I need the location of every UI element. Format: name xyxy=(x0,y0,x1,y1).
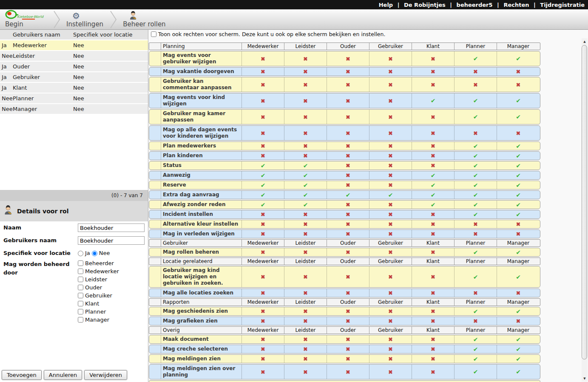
allowed-check-icon[interactable]: ✔ xyxy=(303,201,308,208)
denied-cross-icon[interactable]: ✖ xyxy=(261,274,265,280)
permission-cell[interactable]: ✖ xyxy=(284,365,327,379)
naam-input[interactable] xyxy=(78,224,145,232)
permission-cell[interactable]: ✔ xyxy=(497,248,540,256)
allowed-check-icon[interactable]: ✔ xyxy=(303,162,308,169)
denied-cross-icon[interactable]: ✖ xyxy=(388,56,393,62)
permission-cell[interactable]: ✔ xyxy=(497,365,540,379)
permission-cell[interactable]: ✖ xyxy=(327,289,369,297)
denied-cross-icon[interactable]: ✖ xyxy=(346,231,350,237)
permission-cell[interactable]: ✖ xyxy=(327,93,369,108)
denied-cross-icon[interactable]: ✖ xyxy=(473,290,478,296)
permission-cell[interactable]: ✖ xyxy=(242,266,284,287)
permission-cell[interactable]: ✖ xyxy=(369,126,412,140)
denied-cross-icon[interactable]: ✖ xyxy=(261,369,265,375)
permission-cell[interactable]: ✔ xyxy=(454,171,497,179)
breadcrumb-item-instellingen[interactable]: ⚙ Instellingen xyxy=(61,9,109,29)
denied-cross-icon[interactable]: ✖ xyxy=(303,56,308,62)
permission-cell[interactable]: ✔ xyxy=(454,201,497,209)
permission-cell[interactable]: ✔ xyxy=(497,345,540,353)
allowed-check-icon[interactable]: ✔ xyxy=(516,368,521,375)
permission-cell[interactable]: ✔ xyxy=(412,191,454,199)
specifiek-radio-ja[interactable] xyxy=(78,251,83,256)
permission-cell[interactable]: ✔ xyxy=(454,355,497,363)
allowed-check-icon[interactable]: ✔ xyxy=(516,182,521,189)
denied-cross-icon[interactable]: ✖ xyxy=(431,336,435,342)
allowed-check-icon[interactable]: ✔ xyxy=(473,336,478,343)
denied-cross-icon[interactable]: ✖ xyxy=(346,82,350,88)
denied-cross-icon[interactable]: ✖ xyxy=(473,231,478,237)
permission-cell[interactable]: ✖ xyxy=(412,317,454,325)
permission-cell[interactable]: ✖ xyxy=(327,68,369,76)
permission-cell[interactable]: ✖ xyxy=(412,289,454,297)
allowed-check-icon[interactable]: ✔ xyxy=(516,346,521,353)
denied-cross-icon[interactable]: ✖ xyxy=(388,308,393,314)
denied-cross-icon[interactable]: ✖ xyxy=(388,201,393,208)
denied-cross-icon[interactable]: ✖ xyxy=(303,211,308,218)
denied-cross-icon[interactable]: ✖ xyxy=(431,221,435,227)
permission-cell[interactable]: ✔ xyxy=(454,345,497,353)
denied-cross-icon[interactable]: ✖ xyxy=(346,98,350,104)
denied-cross-icon[interactable]: ✖ xyxy=(516,318,521,324)
permission-cell[interactable]: ✖ xyxy=(412,355,454,363)
permission-cell[interactable]: ✖ xyxy=(284,345,327,353)
allowed-check-icon[interactable]: ✔ xyxy=(473,368,478,375)
permission-cell[interactable]: ✖ xyxy=(327,266,369,287)
denied-cross-icon[interactable]: ✖ xyxy=(431,211,435,218)
denied-cross-icon[interactable]: ✖ xyxy=(388,143,393,149)
checkbox-manager[interactable] xyxy=(78,317,83,323)
denied-cross-icon[interactable]: ✖ xyxy=(388,182,393,188)
permission-cell[interactable]: ✔ xyxy=(454,307,497,315)
permission-cell[interactable]: ✖ xyxy=(412,230,454,238)
permission-cell[interactable]: ✖ xyxy=(497,220,540,228)
vertical-scrollbar[interactable]: ▲ ▼ xyxy=(582,38,588,382)
permission-cell[interactable]: ✖ xyxy=(327,230,369,238)
permission-cell[interactable]: ✖ xyxy=(369,335,412,343)
permission-cell[interactable]: ✔ xyxy=(497,307,540,315)
denied-cross-icon[interactable]: ✖ xyxy=(431,231,435,237)
allowed-check-icon[interactable]: ✔ xyxy=(516,97,521,104)
permission-cell[interactable]: ✖ xyxy=(327,210,369,218)
permission-cell[interactable]: ✖ xyxy=(497,230,540,238)
permission-cell[interactable]: ✖ xyxy=(497,289,540,297)
denied-cross-icon[interactable]: ✖ xyxy=(388,98,393,104)
permission-cell[interactable]: ✔ xyxy=(454,335,497,343)
denied-cross-icon[interactable]: ✖ xyxy=(431,68,435,75)
allowed-check-icon[interactable]: ✔ xyxy=(516,274,521,280)
permission-cell[interactable]: ✔ xyxy=(284,161,327,170)
permission-cell[interactable]: ✖ xyxy=(369,355,412,363)
checkbox-leidster[interactable] xyxy=(78,277,83,282)
permission-cell[interactable]: ✔ xyxy=(412,201,454,209)
allowed-check-icon[interactable]: ✔ xyxy=(516,113,521,120)
allowed-check-icon[interactable]: ✔ xyxy=(473,274,478,280)
allowed-check-icon[interactable]: ✔ xyxy=(261,201,266,208)
allowed-check-icon[interactable]: ✔ xyxy=(473,172,478,179)
permission-cell[interactable]: ✔ xyxy=(497,161,540,170)
gebruikers-naam-input[interactable] xyxy=(78,236,145,245)
denied-cross-icon[interactable]: ✖ xyxy=(346,318,350,324)
permission-cell[interactable]: ✔ xyxy=(454,161,497,170)
denied-cross-icon[interactable]: ✖ xyxy=(346,143,350,149)
permission-cell[interactable]: ✔ xyxy=(412,93,454,108)
permission-cell[interactable]: ✔ xyxy=(284,201,327,209)
checkbox-beheerder[interactable] xyxy=(78,260,83,266)
permission-cell[interactable]: ✔ xyxy=(454,152,497,160)
denied-cross-icon[interactable]: ✖ xyxy=(261,68,265,75)
permission-cell[interactable]: ✖ xyxy=(412,210,454,218)
permission-cell[interactable]: ✖ xyxy=(412,220,454,228)
permission-cell[interactable]: ✖ xyxy=(284,355,327,363)
allowed-check-icon[interactable]: ✔ xyxy=(516,143,521,150)
denied-cross-icon[interactable]: ✖ xyxy=(431,82,435,88)
allowed-check-icon[interactable]: ✔ xyxy=(516,336,521,343)
denied-cross-icon[interactable]: ✖ xyxy=(388,318,393,324)
permission-cell[interactable]: ✖ xyxy=(369,171,412,179)
permission-cell[interactable]: ✔ xyxy=(497,152,540,160)
role-row[interactable]: NeeManagerNee xyxy=(0,104,148,115)
role-row[interactable]: NeePlannerNee xyxy=(0,93,148,104)
denied-cross-icon[interactable]: ✖ xyxy=(346,346,350,352)
allowed-check-icon[interactable]: ✔ xyxy=(473,153,478,159)
denied-cross-icon[interactable]: ✖ xyxy=(303,153,308,159)
allowed-check-icon[interactable]: ✔ xyxy=(431,182,436,189)
role-row[interactable]: NeeLeidsterNee xyxy=(0,51,148,62)
denied-cross-icon[interactable]: ✖ xyxy=(388,336,393,342)
denied-cross-icon[interactable]: ✖ xyxy=(431,162,435,169)
